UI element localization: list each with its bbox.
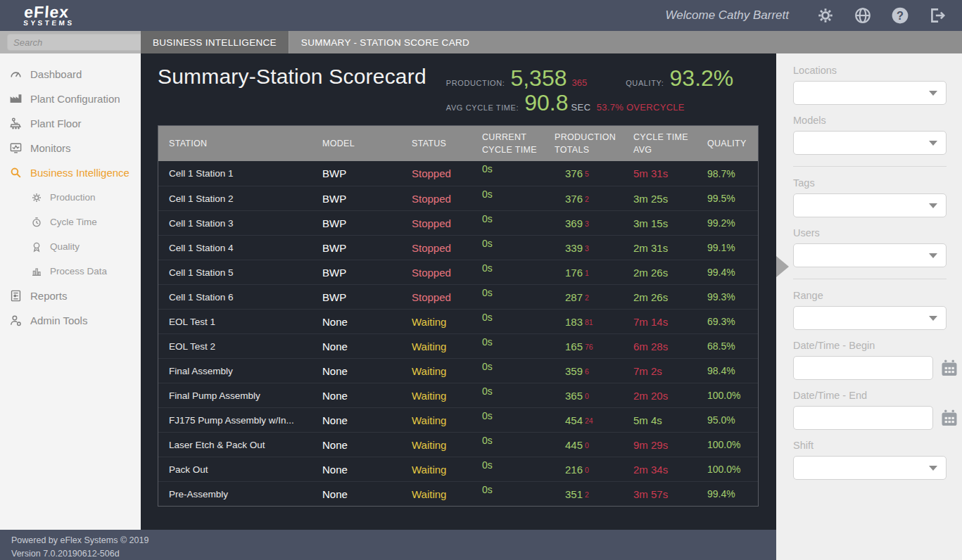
help-icon[interactable]: ? [891, 6, 909, 25]
filter-panel: Locations Models Tags Users Range Date/T… [776, 53, 962, 560]
table-row[interactable]: Cell 1 Station 5 BWP Stopped 0s 1761 2m … [158, 260, 758, 284]
current-cycle-time-cell: 0s [482, 260, 555, 274]
magnifier-icon [9, 166, 23, 179]
production-reject-count: 24 [585, 416, 593, 425]
quality-label: QUALITY: [626, 79, 664, 87]
table-row[interactable]: Cell 1 Station 4 BWP Stopped 0s 3393 2m … [158, 235, 758, 260]
current-cycle-time-cell: 0s [482, 161, 555, 174]
table-row[interactable]: Cell 1 Station 2 BWP Stopped 0s 3762 3m … [158, 186, 758, 210]
stats-row-2: AVG CYCLE TIME: 90.8 SEC 53.7% OVERCYCLE [446, 91, 733, 115]
sidebar-item-business-intelligence[interactable]: Business Intelligence [0, 160, 141, 185]
station-cell: Pre-Assembly [158, 489, 322, 499]
table-row[interactable]: Cell 1 Station 1 BWP Stopped 0s 3765 5m … [158, 161, 758, 186]
chevron-down-icon [929, 203, 937, 208]
table-row[interactable]: Final Assembly None Waiting 0s 3596 7m 2… [158, 358, 758, 383]
production-total-value: 287 [555, 291, 583, 303]
table-row[interactable]: EOL Test 2 None Waiting 0s 16576 6m 28s … [158, 333, 758, 358]
globe-icon[interactable] [854, 6, 872, 25]
search-input[interactable] [7, 34, 145, 51]
sidebar-item-dashboard[interactable]: Dashboard [0, 62, 141, 87]
sidebar-item-cycle-time[interactable]: Cycle Time [0, 210, 141, 234]
table-row[interactable]: Final Pump Assembly None Waiting 0s 3650… [158, 383, 758, 407]
station-cell: Cell 1 Station 2 [158, 193, 322, 204]
sidebar-item-production[interactable]: Production [0, 185, 141, 210]
tab-business-intelligence[interactable]: BUSINESS INTELLIGENCE [141, 31, 289, 53]
chevron-down-icon [929, 253, 937, 258]
sidebar-item-label: Cycle Time [50, 217, 97, 227]
logout-icon[interactable] [928, 6, 947, 25]
users-dropdown[interactable] [793, 243, 947, 267]
table-row[interactable]: Laser Etch & Pack Out None Waiting 0s 44… [158, 432, 758, 457]
table-row[interactable]: FJ175 Pump Assembly w/In... None Waiting… [158, 407, 758, 432]
avg-cycle-time-label: AVG CYCLE TIME: [446, 103, 519, 112]
tab-summary-station-score-card[interactable]: SUMMARY - STATION SCORE CARD [289, 31, 481, 53]
table-row[interactable]: Cell 1 Station 6 BWP Stopped 0s 2872 2m … [158, 284, 758, 309]
sidebar-item-label: Business Intelligence [30, 167, 129, 179]
production-reject-count: 5 [585, 170, 589, 178]
footer: Powered by eFlex Systems © 2019 Version … [0, 530, 776, 560]
gauge-icon [9, 68, 23, 81]
calendar-icon[interactable] [939, 358, 959, 378]
sidebar-item-process-data[interactable]: Process Data [0, 259, 141, 284]
filter-group-users: Users [793, 227, 947, 267]
datetime-end-input[interactable] [793, 406, 933, 430]
cycle-time-avg-cell: 2m 31s [633, 242, 707, 254]
models-dropdown[interactable] [793, 131, 947, 155]
sidebar-item-plant-floor[interactable]: Plant Floor [0, 111, 141, 136]
tags-label: Tags [793, 177, 947, 189]
production-reject-count: 76 [585, 343, 593, 351]
cycle-time-avg-cell: 9m 29s [633, 439, 707, 451]
status-cell: Waiting [412, 464, 482, 476]
range-dropdown[interactable] [793, 306, 947, 330]
quality-cell: 98.7% [707, 168, 758, 179]
station-cell: Cell 1 Station 6 [158, 292, 322, 303]
model-cell: BWP [322, 217, 412, 229]
sidebar-item-label: Reports [30, 290, 68, 302]
datetime-end-label: Date/Time - End [793, 390, 947, 401]
table-row[interactable]: Pre-Assembly None Waiting 0s 3512 3m 57s… [158, 481, 758, 506]
sidebar-item-monitors[interactable]: Monitors [0, 136, 141, 160]
sidebar-item-reports[interactable]: Reports [0, 284, 141, 308]
sidebar-item-admin-tools[interactable]: Admin Tools [0, 308, 141, 333]
sidebar-item-quality[interactable]: Quality [0, 234, 141, 259]
quality-cell: 98.4% [707, 365, 758, 376]
production-value: 5,358 [510, 66, 567, 91]
column-header-quality: QUALITY [707, 137, 758, 150]
sidebar-item-plant-configuration[interactable]: Plant Configuration [0, 87, 141, 111]
current-cycle-time-cell: 0s [482, 433, 555, 446]
table-row[interactable]: Cell 1 Station 3 BWP Stopped 0s 3693 3m … [158, 210, 758, 235]
production-total-value: 351 [555, 488, 583, 500]
production-total-value: 183 [555, 316, 583, 328]
cycle-time-avg-cell: 5m 4s [633, 414, 707, 426]
model-cell: BWP [322, 167, 412, 179]
sidebar-item-label: Plant Configuration [30, 93, 120, 105]
quality-cell: 69.3% [707, 316, 758, 327]
tags-dropdown[interactable] [793, 193, 947, 217]
model-cell: None [322, 464, 412, 476]
admin-user-icon [9, 314, 23, 327]
settings-icon[interactable] [816, 6, 835, 25]
production-reject-count: 2 [585, 490, 589, 499]
model-cell: None [322, 365, 412, 377]
station-cell: Final Assembly [158, 366, 322, 376]
calendar-icon[interactable] [939, 408, 959, 428]
main-content: Summary-Station Scorecard PRODUCTION: 5,… [141, 53, 776, 530]
production-totals-cell: 3765 [555, 167, 633, 179]
filter-panel-collapse-icon[interactable] [776, 256, 789, 277]
sidebar-item-label: Plant Floor [30, 117, 82, 129]
status-cell: Stopped [412, 167, 482, 179]
users-label: Users [793, 227, 947, 238]
datetime-begin-input[interactable] [793, 356, 933, 380]
table-row[interactable]: Pack Out None Waiting 0s 2160 2m 34s 100… [158, 457, 758, 481]
welcome-text: Welcome Cathy Barrett [666, 8, 789, 23]
chevron-down-icon [929, 141, 937, 146]
table-row[interactable]: EOL Test 1 None Waiting 0s 18381 7m 14s … [158, 309, 758, 333]
shift-label: Shift [793, 440, 947, 451]
column-header-production-totals: PRODUCTION TOTALS [555, 131, 633, 156]
production-totals-cell: 3596 [555, 365, 633, 377]
locations-dropdown[interactable] [793, 81, 947, 105]
title-row: Summary-Station Scorecard PRODUCTION: 5,… [158, 53, 759, 115]
station-cell: EOL Test 2 [158, 341, 322, 352]
shift-dropdown[interactable] [793, 456, 947, 480]
production-total-value: 365 [555, 390, 583, 402]
